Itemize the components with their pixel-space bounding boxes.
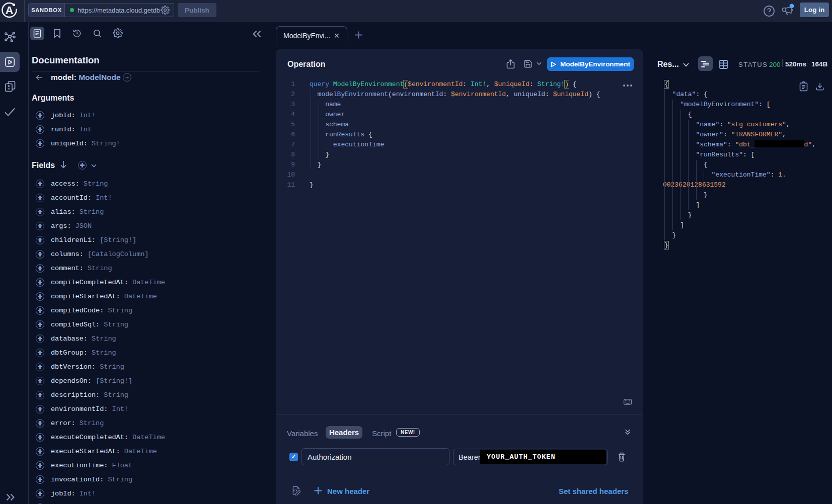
svg-text:A: A bbox=[6, 4, 14, 17]
